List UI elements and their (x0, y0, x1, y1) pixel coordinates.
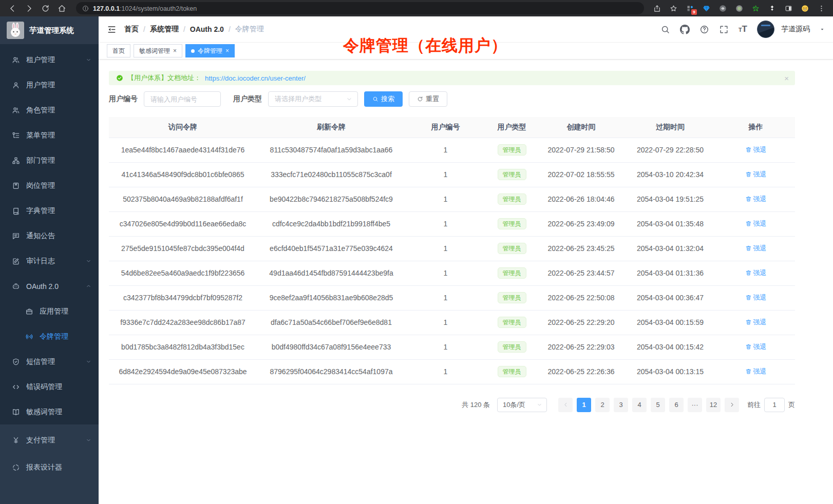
sidebar-item[interactable]: 用户管理 (0, 72, 99, 98)
sidebar-item[interactable]: 应用管理 (0, 299, 99, 324)
force-logout-button[interactable]: 强退 (745, 145, 767, 154)
page-number-button[interactable]: ··· (688, 398, 702, 412)
extension-command-icon[interactable] (717, 3, 728, 14)
browser-menu-icon[interactable] (816, 3, 827, 14)
goto-page-input[interactable] (764, 398, 785, 412)
next-page-button[interactable] (725, 398, 739, 412)
sidebar-menu-bottom: 支付管理 报表设计器 (0, 424, 99, 504)
extension-grid-icon[interactable]: 9 (684, 3, 695, 14)
page-number-button[interactable]: 5 (651, 398, 665, 412)
reload-icon[interactable] (38, 2, 52, 15)
force-logout-button[interactable]: 强退 (745, 195, 767, 204)
force-logout-button[interactable]: 强退 (745, 367, 767, 376)
force-logout-button[interactable]: 强退 (745, 318, 767, 327)
page-tab[interactable]: 令牌管理 × (185, 44, 235, 57)
username[interactable]: 芋道源码 (781, 25, 810, 34)
sidebar-item-label: 通知公告 (26, 231, 55, 241)
sidebar-item[interactable]: 菜单管理 (0, 123, 99, 148)
search-icon[interactable] (660, 25, 670, 34)
page-tab[interactable]: 首页 (107, 44, 130, 57)
avatar[interactable] (757, 21, 774, 38)
access-token-cell: 41c41346a548490f9dc8b01c6bfe0865 (109, 162, 257, 187)
breadcrumb-item[interactable]: 系统管理 (150, 25, 179, 34)
sidebar-item[interactable]: 令牌管理 (0, 324, 99, 349)
fullscreen-icon[interactable] (719, 25, 729, 34)
bookmark-star-icon[interactable] (668, 3, 679, 14)
chevron-down-icon (86, 57, 91, 63)
close-tab-icon[interactable]: × (225, 47, 229, 54)
user-menu-caret-icon[interactable] (820, 27, 825, 32)
expire-time-cell: 2054-03-04 00:13:15 (624, 359, 716, 384)
sidebar-item-icon (11, 157, 20, 165)
search-button[interactable]: 搜索 (364, 91, 403, 107)
table-header-cell: 用户类型 (485, 117, 538, 138)
close-tab-icon[interactable]: × (173, 47, 177, 54)
sidebar-item[interactable]: 敏感词管理 (0, 399, 99, 424)
trash-icon (745, 171, 752, 178)
force-logout-button[interactable]: 强退 (745, 342, 767, 352)
sidebar-item[interactable]: 报表设计器 (0, 454, 99, 481)
page-number-button[interactable]: 3 (614, 398, 628, 412)
app-logo-row[interactable]: 芋道管理系统 (0, 16, 99, 44)
alert-close-icon[interactable]: × (784, 71, 789, 85)
force-logout-button[interactable]: 强退 (745, 244, 767, 253)
sidebar-item[interactable]: 支付管理 (0, 427, 99, 454)
page-tab[interactable]: 敏感词管理 × (134, 44, 182, 57)
sidebar-item[interactable]: 字典管理 (0, 198, 99, 223)
extension-green-star-icon[interactable] (750, 3, 761, 14)
prev-page-button[interactable] (558, 398, 573, 412)
sidebar-item[interactable]: 部门管理 (0, 148, 99, 173)
user-type-cell: 管理员 (485, 211, 538, 236)
site-info-icon[interactable] (82, 5, 89, 12)
breadcrumb-item[interactable]: OAuth 2.0 (190, 25, 224, 33)
table-row: 54d6be82ee5a460a9aedc1f9bf223656 49d1aa4… (109, 261, 795, 285)
breadcrumb-item[interactable]: 令牌管理 (235, 25, 264, 34)
sidebar-item-label: 部门管理 (26, 156, 55, 165)
sidebar-item-icon (11, 408, 20, 416)
page-number-button[interactable]: 4 (632, 398, 647, 412)
sidebar-toggle-icon[interactable] (783, 3, 794, 14)
github-icon[interactable] (680, 25, 690, 34)
sidebar-item[interactable]: 短信管理 (0, 349, 99, 374)
sidebar-item[interactable]: 通知公告 (0, 223, 99, 248)
sidebar-item[interactable]: 岗位管理 (0, 173, 99, 198)
force-logout-button[interactable]: 强退 (745, 268, 767, 278)
collapse-sidebar-icon[interactable] (107, 25, 117, 34)
user-type-tag: 管理员 (498, 169, 526, 180)
reset-button[interactable]: 重置 (409, 91, 447, 107)
force-logout-button[interactable]: 强退 (745, 170, 767, 179)
back-icon[interactable] (5, 2, 20, 15)
breadcrumb-item[interactable]: 首页 (124, 25, 139, 34)
home-icon[interactable] (54, 2, 69, 15)
user-type-select[interactable]: 请选择用户类型 (268, 91, 358, 107)
sidebar-item[interactable]: 角色管理 (0, 98, 99, 123)
user-type-cell: 管理员 (485, 335, 538, 359)
sidebar-item-icon (11, 131, 20, 140)
token-table: 访问令牌刷新令牌用户编号用户类型创建时间过期时间操作 1ea5e44f8bc14… (109, 117, 795, 384)
page-number-button[interactable]: 12 (706, 398, 721, 412)
page-size-select[interactable]: 10条/页 (497, 398, 547, 412)
page-number-button[interactable]: 1 (577, 398, 591, 412)
page-number-button[interactable]: 2 (595, 398, 610, 412)
page-number-button[interactable]: 6 (669, 398, 684, 412)
force-logout-button[interactable]: 强退 (745, 293, 767, 302)
profile-emoji-icon[interactable] (799, 3, 810, 14)
share-icon[interactable] (651, 3, 662, 14)
refresh-token-cell: dfa6c71a50a54c66bef706ef9e6e8d81 (257, 310, 406, 335)
user-id-input[interactable] (144, 91, 221, 107)
tab-label: 令牌管理 (198, 47, 222, 55)
extension-pin-icon[interactable] (766, 3, 778, 14)
doc-link[interactable]: https://doc.iocoder.cn/user-center/ (205, 74, 306, 82)
extension-record-icon[interactable] (733, 3, 745, 14)
sidebar-item[interactable]: 审计日志 (0, 248, 99, 274)
address-bar[interactable]: 127.0.0.1:1024/system/oauth2/token (76, 2, 644, 14)
sidebar-item[interactable]: 租户管理 (0, 47, 99, 72)
sidebar-item[interactable]: OAuth 2.0 (0, 274, 99, 299)
help-icon[interactable] (699, 25, 709, 34)
forward-icon[interactable] (22, 2, 36, 15)
font-size-icon[interactable]: TT (739, 24, 747, 34)
extension-gem-icon[interactable] (701, 3, 712, 14)
sidebar-item[interactable]: 错误码管理 (0, 374, 99, 399)
app-title: 芋道管理系统 (29, 26, 74, 35)
force-logout-button[interactable]: 强退 (745, 219, 767, 228)
